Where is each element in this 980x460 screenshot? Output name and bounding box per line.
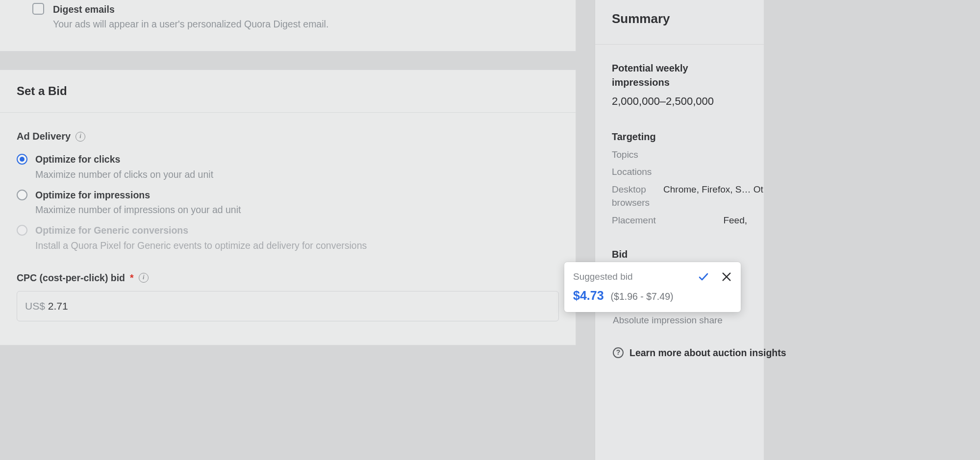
- targeting-section: Targeting Topics Locations Desktop brows…: [612, 130, 747, 227]
- close-icon: [721, 271, 732, 282]
- clicks-title: Optimize for clicks: [35, 152, 213, 166]
- radio-impressions[interactable]: [17, 190, 27, 200]
- radio-option-clicks[interactable]: Optimize for clicks Maximize number of c…: [17, 152, 559, 181]
- digest-text: Digest emails Your ads will appear in a …: [53, 2, 328, 31]
- popover-actions: [698, 271, 732, 283]
- suggested-bid-value: $4.73: [573, 287, 604, 304]
- locations-label: Locations: [612, 165, 652, 179]
- ad-delivery-heading: Ad Delivery i: [17, 129, 85, 144]
- radio-option-conversions: Optimize for Generic conversions Install…: [17, 223, 559, 252]
- browsers-label: Desktop browsers: [612, 183, 650, 210]
- currency-prefix: US$: [25, 299, 45, 314]
- targeting-placement-row: Placement Feed,: [612, 214, 747, 227]
- required-asterisk: *: [130, 271, 134, 285]
- summary-title: Summary: [595, 10, 764, 45]
- bid-section-body: Ad Delivery i Optimize for clicks Maximi…: [0, 113, 576, 344]
- placement-label: Placement: [612, 214, 656, 227]
- digest-title: Digest emails: [53, 2, 328, 16]
- radio-impressions-text: Optimize for impressions Maximize number…: [35, 188, 241, 217]
- suggested-bid-range: ($1.96 - $7.49): [611, 290, 674, 303]
- bid-card: Set a Bid Ad Delivery i Optimize for cli…: [0, 70, 576, 345]
- clicks-desc: Maximize number of clicks on your ad uni…: [35, 168, 213, 181]
- targeting-browsers-row: Desktop browsers Chrome, Firefox, S… Oth…: [612, 183, 747, 210]
- placement-option-digest[interactable]: Digest emails Your ads will appear in a …: [32, 0, 557, 31]
- impressions-desc: Maximize number of impressions on your a…: [35, 203, 241, 217]
- dismiss-suggestion-button[interactable]: [721, 271, 732, 282]
- check-icon: [698, 271, 709, 283]
- impressions-title: Optimize for impressions: [35, 188, 241, 202]
- cpc-bid-input[interactable]: US$ 2.71: [17, 291, 559, 321]
- summary-sidebar: Summary Potential weekly impressions 2,0…: [595, 0, 764, 460]
- info-icon[interactable]: i: [139, 273, 149, 283]
- main-column: Digest emails Your ads will appear in a …: [0, 0, 576, 460]
- cpc-bid-value: 2.71: [48, 299, 68, 314]
- popover-body: $4.73 ($1.96 - $7.49): [573, 287, 732, 304]
- browsers-value: Chrome, Firefox, S… Other: [663, 183, 764, 196]
- conversions-desc: Install a Quora Pixel for Generic events…: [35, 239, 367, 252]
- bid-section-title: Set a Bid: [0, 70, 576, 113]
- checkbox-digest-emails[interactable]: [32, 3, 44, 15]
- delivery-radio-group: Optimize for clicks Maximize number of c…: [17, 152, 559, 252]
- radio-conversions: [17, 225, 27, 236]
- targeting-heading: Targeting: [612, 130, 747, 144]
- learn-more-text: Learn more about auction insights: [629, 346, 786, 360]
- radio-option-impressions[interactable]: Optimize for impressions Maximize number…: [17, 188, 559, 217]
- targeting-topics-row: Topics: [612, 148, 747, 162]
- impressions-value: 2,000,000–2,500,000: [612, 94, 747, 109]
- placements-card: Digest emails Your ads will appear in a …: [0, 0, 576, 51]
- radio-clicks[interactable]: [17, 154, 27, 165]
- impressions-label: Potential weekly impressions: [612, 61, 747, 90]
- ad-delivery-label: Ad Delivery: [17, 129, 71, 144]
- info-icon[interactable]: i: [75, 132, 85, 142]
- targeting-locations-row: Locations: [612, 165, 747, 179]
- bid-heading: Bid: [612, 247, 747, 262]
- absolute-impression-share-label: Absolute impression share: [613, 314, 723, 327]
- conversions-title: Optimize for Generic conversions: [35, 223, 367, 237]
- radio-clicks-text: Optimize for clicks Maximize number of c…: [35, 152, 213, 181]
- digest-desc: Your ads will appear in a user's persona…: [53, 17, 328, 31]
- accept-suggestion-button[interactable]: [698, 271, 709, 283]
- placement-value: Feed,: [723, 214, 747, 227]
- learn-more-row[interactable]: ? Learn more about auction insights: [613, 333, 786, 360]
- layout-root: Digest emails Your ads will appear in a …: [0, 0, 980, 460]
- radio-conversions-text: Optimize for Generic conversions Install…: [35, 223, 367, 252]
- cpc-bid-label-text: CPC (cost-per-click) bid: [17, 271, 125, 285]
- popover-header: Suggested bid: [573, 270, 732, 284]
- summary-body: Potential weekly impressions 2,000,000–2…: [595, 45, 764, 279]
- question-icon: ?: [613, 347, 624, 358]
- cpc-bid-label: CPC (cost-per-click) bid * i: [17, 271, 149, 285]
- suggested-bid-label: Suggested bid: [573, 270, 633, 284]
- suggested-bid-popover: Suggested bid $4.73 ($1.96 - $7.49): [564, 262, 741, 312]
- topics-label: Topics: [612, 148, 638, 162]
